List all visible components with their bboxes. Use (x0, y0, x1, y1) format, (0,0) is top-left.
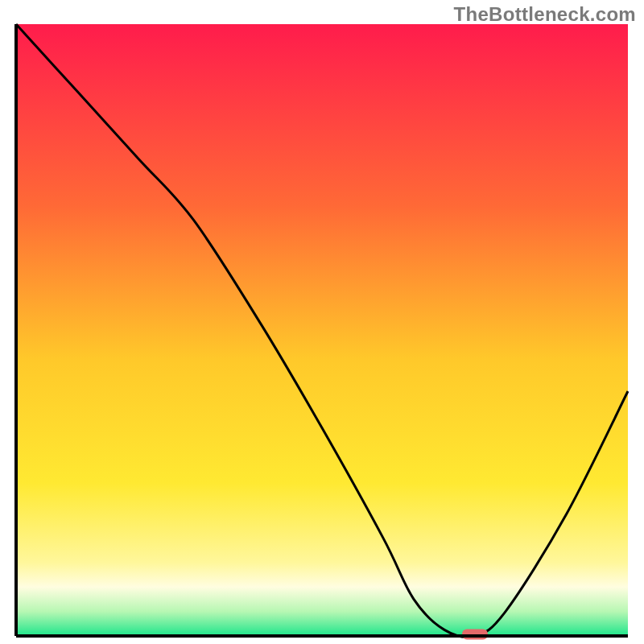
chart-container: TheBottleneck.com (0, 0, 644, 644)
watermark-text: TheBottleneck.com (454, 3, 636, 26)
chart-svg (0, 0, 644, 644)
plot-background (16, 24, 628, 636)
